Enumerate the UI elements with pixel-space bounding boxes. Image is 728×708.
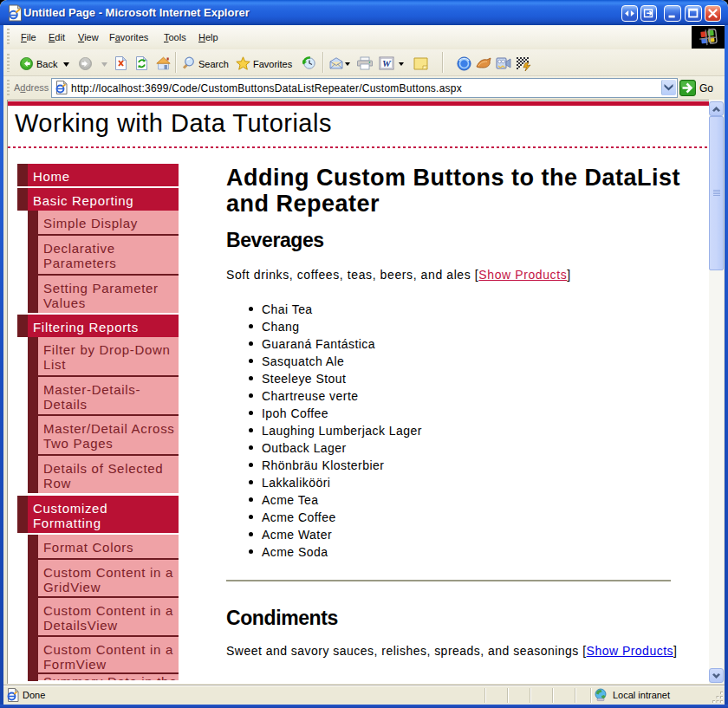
svg-text:W: W [382, 58, 392, 68]
